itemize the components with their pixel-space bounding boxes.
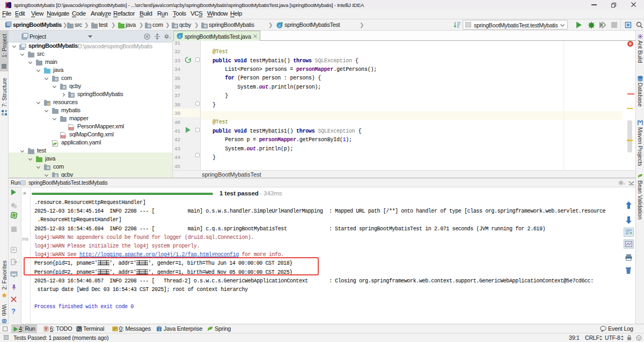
svg-text:c: c	[279, 23, 281, 28]
svg-text:c: c	[179, 34, 181, 39]
svg-text:</>: </>	[70, 127, 73, 130]
svg-text:J: J	[158, 328, 160, 331]
svg-text:</>: </>	[62, 135, 65, 138]
